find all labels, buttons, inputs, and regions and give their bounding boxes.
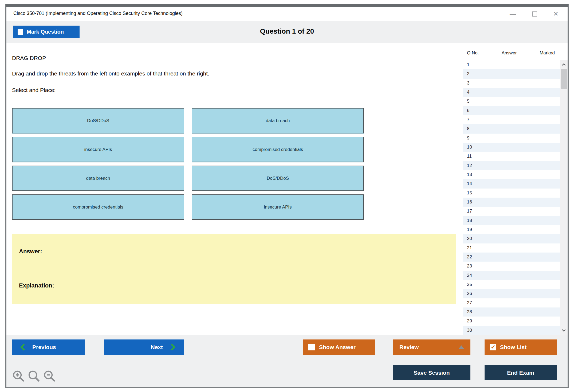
end-exam-label: End Exam: [507, 370, 534, 376]
question-list: 1 2 3 4 5: [463, 60, 560, 335]
drop-target-column: data breach compromised credentials DoS/…: [192, 108, 364, 220]
question-list-row[interactable]: 29: [463, 317, 560, 326]
drag-item[interactable]: DoS/DDoS: [12, 108, 184, 133]
scroll-down-button[interactable]: [560, 327, 568, 334]
question-number: 27: [467, 300, 472, 306]
drag-item-label: insecure APIs: [84, 147, 112, 152]
column-qno: Q No.: [467, 50, 492, 56]
question-number: 8: [467, 126, 469, 131]
question-list-row[interactable]: 10: [463, 143, 560, 152]
question-list-row[interactable]: 27: [463, 298, 560, 307]
save-session-button[interactable]: Save Session: [393, 365, 470, 380]
question-list-row[interactable]: 14: [463, 179, 560, 188]
question-number: 2: [467, 71, 469, 77]
question-list-row[interactable]: 4: [463, 88, 560, 97]
question-list-row[interactable]: 2: [463, 69, 560, 78]
next-button[interactable]: Next: [104, 339, 184, 355]
question-list-panel: Q No. Answer Marked 1 2 3: [463, 46, 568, 335]
question-list-row[interactable]: 9: [463, 134, 560, 143]
answer-panel: Answer: Explanation:: [12, 234, 456, 304]
question-number: 24: [467, 273, 472, 278]
question-list-row[interactable]: 30: [463, 326, 560, 335]
select-and-place-label: Select and Place:: [12, 87, 56, 93]
question-list-row[interactable]: 12: [463, 161, 560, 170]
drag-item[interactable]: compromised credentials: [12, 194, 184, 220]
question-number: 26: [467, 291, 472, 296]
zoom-in-icon[interactable]: [12, 370, 25, 382]
triangle-up-icon: [459, 345, 464, 349]
review-label: Review: [399, 344, 419, 350]
question-number: 1: [467, 62, 469, 67]
question-list-scrollbar[interactable]: [560, 60, 568, 335]
zoom-out-icon[interactable]: [43, 370, 56, 382]
question-number: 29: [467, 318, 472, 324]
drop-target[interactable]: insecure APIs: [192, 194, 364, 220]
question-list-row[interactable]: 17: [463, 207, 560, 216]
drop-target[interactable]: DoS/DDoS: [192, 166, 364, 191]
question-number: 18: [467, 218, 472, 223]
question-number: 25: [467, 282, 472, 287]
question-list-row[interactable]: 6: [463, 106, 560, 115]
question-list-row[interactable]: 25: [463, 280, 560, 289]
previous-label: Previous: [32, 344, 56, 350]
question-number: 14: [467, 181, 472, 186]
column-marked: Marked: [527, 50, 568, 56]
question-list-row[interactable]: 5: [463, 97, 560, 106]
question-number: 15: [467, 190, 472, 196]
chevron-left-icon: [20, 343, 25, 351]
drop-target[interactable]: compromised credentials: [192, 137, 364, 162]
question-header-bar: Mark Question Question 1 of 20: [6, 21, 568, 43]
question-list-row[interactable]: 13: [463, 170, 560, 179]
question-list-row[interactable]: 18: [463, 216, 560, 225]
question-number: 22: [467, 254, 472, 260]
question-list-row[interactable]: 3: [463, 79, 560, 88]
question-list-row[interactable]: 24: [463, 271, 560, 280]
chevron-up-icon: [562, 63, 566, 66]
zoom-reset-icon[interactable]: [27, 370, 40, 382]
question-list-row[interactable]: 26: [463, 289, 560, 298]
drop-target[interactable]: data breach: [192, 108, 364, 133]
end-exam-button[interactable]: End Exam: [485, 365, 557, 380]
question-list-row[interactable]: 21: [463, 243, 560, 253]
zoom-toolbar: [12, 370, 56, 382]
drag-item[interactable]: insecure APIs: [12, 137, 184, 162]
show-answer-button[interactable]: Show Answer: [303, 339, 375, 355]
question-list-row[interactable]: 28: [463, 307, 560, 317]
question-list-row[interactable]: 11: [463, 152, 560, 161]
question-list-row[interactable]: 20: [463, 234, 560, 243]
question-list-row[interactable]: 19: [463, 225, 560, 234]
question-number: 21: [467, 245, 472, 251]
footer-bar: Previous Next Show Answer Review ✔ Show …: [6, 335, 568, 387]
question-number: 30: [467, 328, 472, 333]
drop-target-label: data breach: [266, 118, 290, 123]
question-list-row[interactable]: 15: [463, 189, 560, 198]
question-counter: Question 1 of 20: [6, 27, 568, 35]
show-answer-checkbox[interactable]: [308, 344, 315, 350]
previous-button[interactable]: Previous: [12, 339, 85, 355]
question-list-row[interactable]: 8: [463, 124, 560, 133]
column-answer: Answer: [492, 50, 527, 56]
exam-window: Cisco 350-701 (Implementing and Operatin…: [5, 4, 569, 388]
question-list-row[interactable]: 16: [463, 198, 560, 207]
close-button[interactable]: ✕: [553, 11, 559, 17]
question-list-row[interactable]: 23: [463, 262, 560, 271]
title-bar: Cisco 350-701 (Implementing and Operatin…: [6, 7, 568, 21]
drag-item[interactable]: data breach: [12, 166, 184, 191]
question-list-row[interactable]: 22: [463, 253, 560, 262]
drag-item-label: DoS/DDoS: [87, 118, 109, 123]
scrollbar-thumb[interactable]: [561, 69, 567, 89]
show-list-button[interactable]: ✔ Show List: [485, 339, 557, 355]
minimize-button[interactable]: —: [510, 11, 516, 17]
question-number: 16: [467, 199, 472, 205]
question-list-row[interactable]: 7: [463, 115, 560, 124]
show-list-checkbox[interactable]: ✔: [490, 344, 496, 350]
maximize-button[interactable]: [532, 11, 537, 17]
question-instruction: Drag and drop the threats from the left …: [12, 70, 209, 77]
question-list-header: Q No. Answer Marked: [463, 46, 568, 60]
review-button[interactable]: Review: [393, 339, 470, 355]
window-controls: — ✕: [510, 7, 559, 21]
scroll-up-button[interactable]: [560, 61, 568, 68]
drop-target-label: insecure APIs: [264, 205, 292, 210]
question-list-row[interactable]: 1: [463, 60, 560, 69]
chevron-right-icon: [170, 343, 176, 351]
